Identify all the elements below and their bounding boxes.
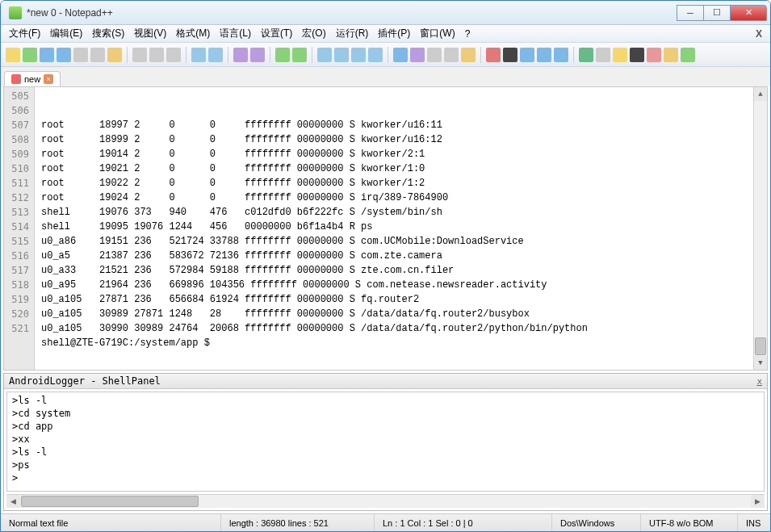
menu-window[interactable]: 窗口(W) bbox=[415, 25, 459, 42]
menu-run[interactable]: 运行(R) bbox=[331, 25, 374, 42]
new-file-icon[interactable] bbox=[6, 48, 20, 62]
line-number: 515 bbox=[4, 234, 34, 249]
menu-format[interactable]: 格式(M) bbox=[171, 25, 215, 42]
editor-line: shell 19076 373 940 476 c012dfd0 b6f222f… bbox=[41, 205, 761, 220]
menu-file[interactable]: 文件(F) bbox=[4, 25, 45, 42]
plugin-1-icon[interactable] bbox=[579, 48, 593, 62]
save-macro-icon[interactable] bbox=[554, 48, 568, 62]
menu-macro[interactable]: 宏(O) bbox=[297, 25, 330, 42]
editor-line: u0_a105 27871 236 656684 61924 ffffffff … bbox=[41, 292, 761, 307]
line-number: 507 bbox=[4, 118, 34, 132]
editor-area: 5055065075085095105115125135145155165175… bbox=[3, 86, 768, 371]
user-lang-icon[interactable] bbox=[410, 48, 425, 62]
plugin-2-icon[interactable] bbox=[596, 48, 610, 62]
record-macro-icon[interactable] bbox=[486, 48, 501, 62]
line-number: 513 bbox=[4, 205, 34, 220]
hidden-chars-icon[interactable] bbox=[368, 48, 383, 62]
sync-v-icon[interactable] bbox=[317, 48, 332, 62]
maximize-button[interactable]: ☐ bbox=[703, 5, 731, 21]
scroll-down-icon[interactable]: ▼ bbox=[754, 356, 767, 370]
menu-help[interactable]: ? bbox=[460, 27, 476, 41]
doc-map-icon[interactable] bbox=[427, 48, 442, 62]
line-number: 514 bbox=[4, 220, 34, 234]
editor-line: root 18997 2 0 0 ffffffff 00000000 S kwo… bbox=[41, 118, 761, 132]
shell-output[interactable]: >ls -l>cd system>cd app>xx>ls -l>ps> bbox=[6, 392, 765, 492]
play-multi-icon[interactable] bbox=[537, 48, 551, 62]
line-number: 519 bbox=[4, 292, 34, 307]
line-number: 520 bbox=[4, 307, 34, 321]
menu-view[interactable]: 视图(V) bbox=[129, 25, 171, 42]
tab-new[interactable]: new × bbox=[4, 71, 61, 86]
statusbar: Normal text file length : 36980 lines : … bbox=[1, 513, 770, 531]
redo-icon[interactable] bbox=[208, 48, 223, 62]
zoom-in-icon[interactable] bbox=[275, 48, 290, 62]
line-number: 509 bbox=[4, 147, 34, 161]
menu-edit[interactable]: 编辑(E) bbox=[45, 25, 87, 42]
shell-line: >cd system bbox=[12, 407, 759, 420]
status-insert-mode: INS bbox=[738, 514, 770, 531]
editor-line: root 19014 2 0 0 ffffffff 00000000 S kwo… bbox=[41, 147, 761, 161]
editor-line: shell@ZTE-G719C:/system/app $ bbox=[41, 336, 761, 350]
replace-icon[interactable] bbox=[250, 48, 265, 62]
tab-bar: new × bbox=[1, 67, 770, 86]
window-buttons: ─ ☐ ✕ bbox=[677, 5, 767, 21]
find-icon[interactable] bbox=[233, 48, 248, 62]
save-all-icon[interactable] bbox=[57, 48, 71, 62]
minimize-button[interactable]: ─ bbox=[677, 5, 704, 21]
editor-line: root 18999 2 0 0 ffffffff 00000000 S kwo… bbox=[41, 132, 761, 147]
func-list-icon[interactable] bbox=[444, 48, 459, 62]
plugin-6-icon[interactable] bbox=[664, 48, 678, 62]
wrap-icon[interactable] bbox=[351, 48, 366, 62]
sync-h-icon[interactable] bbox=[334, 48, 349, 62]
close-all-icon[interactable] bbox=[90, 48, 105, 62]
line-number: 510 bbox=[4, 161, 34, 176]
line-number: 506 bbox=[4, 103, 34, 118]
close-button[interactable]: ✕ bbox=[730, 5, 767, 21]
line-number: 517 bbox=[4, 263, 34, 278]
zoom-out-icon[interactable] bbox=[292, 48, 307, 62]
toolbar bbox=[1, 43, 770, 67]
menu-plugins[interactable]: 插件(P) bbox=[373, 25, 415, 42]
copy-icon[interactable] bbox=[149, 48, 164, 62]
indent-guide-icon[interactable] bbox=[393, 48, 408, 62]
scroll-left-icon[interactable]: ◀ bbox=[6, 495, 20, 508]
line-number: 521 bbox=[4, 321, 34, 336]
cut-icon[interactable] bbox=[132, 48, 147, 62]
editor-line: u0_a5 21387 236 583672 72136 ffffffff 00… bbox=[41, 249, 761, 263]
plugin-4-icon[interactable] bbox=[630, 48, 644, 62]
scroll-up-icon[interactable]: ▲ bbox=[754, 87, 767, 101]
save-icon[interactable] bbox=[40, 48, 54, 62]
stop-macro-icon[interactable] bbox=[503, 48, 517, 62]
text-editor[interactable]: root 18997 2 0 0 ffffffff 00000000 S kwo… bbox=[35, 87, 767, 370]
menu-search[interactable]: 搜索(S) bbox=[87, 25, 129, 42]
editor-line: u0_a86 19151 236 521724 33788 ffffffff 0… bbox=[41, 234, 761, 249]
plugin-5-icon[interactable] bbox=[647, 48, 661, 62]
editor-line: u0_a105 30989 27871 1248 28 ffffffff 000… bbox=[41, 307, 761, 321]
folder-view-icon[interactable] bbox=[461, 48, 476, 62]
hscroll-thumb[interactable] bbox=[21, 496, 199, 507]
close-file-icon[interactable] bbox=[73, 48, 88, 62]
editor-line: root 19024 2 0 0 ffffffff 00000000 S irq… bbox=[41, 191, 761, 205]
panel-titlebar: AndroidLogger - ShellPanel x bbox=[4, 374, 767, 389]
menubar: 文件(F) 编辑(E) 搜索(S) 视图(V) 格式(M) 语言(L) 设置(T… bbox=[1, 25, 770, 43]
print-icon[interactable] bbox=[107, 48, 122, 62]
menu-settings[interactable]: 设置(T) bbox=[256, 25, 297, 42]
menu-language[interactable]: 语言(L) bbox=[215, 25, 256, 42]
paste-icon[interactable] bbox=[166, 48, 181, 62]
panel-close-icon[interactable]: x bbox=[756, 376, 762, 387]
line-number-gutter: 5055065075085095105115125135145155165175… bbox=[4, 87, 35, 370]
scroll-thumb[interactable] bbox=[755, 337, 766, 355]
editor-line: root 19021 2 0 0 ffffffff 00000000 S kwo… bbox=[41, 161, 761, 176]
plugin-3-icon[interactable] bbox=[613, 48, 627, 62]
vertical-scrollbar[interactable]: ▲ ▼ bbox=[753, 87, 767, 370]
scroll-right-icon[interactable]: ▶ bbox=[751, 495, 765, 508]
menu-close-doc[interactable]: X bbox=[751, 28, 767, 40]
open-file-icon[interactable] bbox=[23, 48, 37, 62]
editor-line: root 19022 2 0 0 ffffffff 00000000 S kwo… bbox=[41, 176, 761, 191]
undo-icon[interactable] bbox=[191, 48, 206, 62]
horizontal-scrollbar[interactable]: ◀ ▶ bbox=[6, 494, 765, 508]
plugin-7-icon[interactable] bbox=[681, 48, 695, 62]
line-number: 516 bbox=[4, 249, 34, 263]
play-macro-icon[interactable] bbox=[520, 48, 534, 62]
tab-close-icon[interactable]: × bbox=[44, 74, 53, 84]
